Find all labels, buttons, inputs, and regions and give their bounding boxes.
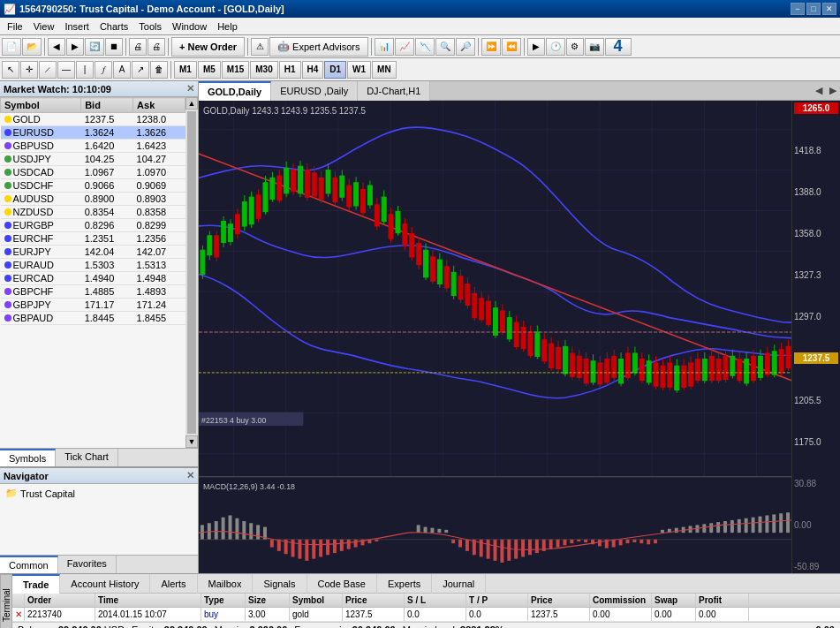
terminal-tab[interactable]: Terminal [0, 574, 12, 628]
tb-hline[interactable]: — [57, 61, 75, 79]
tb-chart-type3[interactable]: 📉 [415, 38, 435, 56]
tf-m5[interactable]: M5 [198, 61, 221, 79]
tf-h1[interactable]: H1 [279, 61, 301, 79]
tb-chart-type2[interactable]: 📈 [395, 38, 414, 56]
nav-trust-capital[interactable]: 📁 Trust Capital [2, 486, 196, 501]
tb-zoom-out[interactable]: 🔎 [456, 38, 475, 56]
tb-fib[interactable]: 𝑓 [95, 61, 112, 79]
nav-tab-favorites[interactable]: Favorites [58, 556, 117, 573]
tb-stop[interactable]: ⏹ [105, 38, 123, 56]
tb-printprev[interactable]: 🖨 [148, 38, 165, 56]
tab-journal[interactable]: Journal [432, 574, 486, 594]
menu-insert[interactable]: Insert [59, 19, 95, 34]
list-item[interactable]: EURCHF 1.2351 1.2356 [1, 232, 185, 246]
tf-m1[interactable]: M1 [174, 61, 197, 79]
list-item[interactable]: EURJPY 142.04 142.07 [1, 246, 185, 259]
tb-cursor[interactable]: ↖ [2, 61, 19, 79]
list-item[interactable]: USDCAD 1.0967 1.0970 [1, 166, 185, 179]
tb-chart-forward[interactable]: ⏩ [481, 38, 501, 56]
chart-tab-scroll-left[interactable]: ◀ [812, 85, 826, 96]
nav-tab-common[interactable]: Common [0, 556, 58, 573]
tb-new-chart[interactable]: 📄 [2, 38, 21, 56]
chart-tab-eurusd[interactable]: EURUSD ,Daily [271, 81, 358, 101]
menu-tools[interactable]: Tools [133, 19, 167, 34]
tb-alert[interactable]: ⚠ [251, 38, 269, 56]
tf-mn[interactable]: MN [372, 61, 397, 79]
menu-charts[interactable]: Charts [95, 19, 133, 34]
tf-d1[interactable]: D1 [324, 61, 346, 79]
scroll-up-button[interactable]: ▲ [185, 97, 198, 110]
scroll-thumb[interactable] [187, 111, 196, 434]
chart-tab-scroll-right[interactable]: ▶ [826, 85, 840, 96]
menu-view[interactable]: View [28, 19, 60, 34]
tb-delete[interactable]: 🗑 [150, 61, 168, 79]
tab-alerts[interactable]: Alerts [150, 574, 197, 594]
chart-tab-gold[interactable]: GOLD,Daily [199, 81, 271, 101]
tb-zoom-in[interactable]: 🔍 [435, 38, 455, 56]
tb-chart-type1[interactable]: 📊 [375, 38, 394, 56]
ask-value: 0.8299 [133, 219, 185, 232]
chart-main[interactable]: GOLD,Daily 1243.3 1243.9 1235.5 1237.5 [199, 101, 791, 573]
list-item[interactable]: GBPCHF 1.4885 1.4893 [1, 285, 185, 299]
expert-advisors-button[interactable]: 🤖 Expert Advisors [269, 37, 367, 57]
navigator-tabs: Common Favorites [0, 555, 198, 573]
bottom-panel: Terminal Trade Account History Alerts Ma… [0, 573, 840, 628]
tab-tick-chart[interactable]: Tick Chart [56, 449, 118, 466]
minimize-button[interactable]: − [791, 3, 805, 15]
scroll-down-button[interactable]: ▼ [185, 435, 198, 448]
navigator-close[interactable]: ✕ [186, 470, 194, 481]
tb-crosshair[interactable]: ✛ [20, 61, 38, 79]
tb-vline[interactable]: | [76, 61, 94, 79]
tb-extra[interactable]: 4 [605, 38, 632, 56]
tab-experts[interactable]: Experts [377, 574, 432, 594]
tb-refresh[interactable]: 🔄 [85, 38, 104, 56]
list-item[interactable]: GBPAUD 1.8445 1.8455 [1, 312, 185, 325]
tab-signals[interactable]: Signals [253, 574, 306, 594]
navigator-title: Navigator [4, 471, 49, 481]
menu-help[interactable]: Help [212, 19, 243, 34]
tb-screenshot[interactable]: 📷 [585, 38, 604, 56]
close-button[interactable]: ✕ [822, 3, 836, 15]
tf-h4[interactable]: H4 [302, 61, 324, 79]
tb-text[interactable]: A [113, 61, 131, 79]
list-item[interactable]: GOLD 1237.5 1238.0 [1, 113, 185, 126]
tb-chart-back[interactable]: ⏪ [502, 38, 521, 56]
tab-symbols[interactable]: Symbols [0, 449, 56, 466]
list-item[interactable]: AUDUSD 0.8900 0.8903 [1, 193, 185, 206]
tab-mailbox[interactable]: Mailbox [198, 574, 254, 594]
tab-code-base[interactable]: Code Base [307, 574, 377, 594]
tb-back[interactable]: ◀ [48, 38, 65, 56]
list-item[interactable]: EURAUD 1.5303 1.5313 [1, 259, 185, 272]
tb-forward[interactable]: ▶ [66, 38, 84, 56]
list-item[interactable]: GBPUSD 1.6420 1.6423 [1, 140, 185, 153]
tf-m15[interactable]: M15 [222, 61, 249, 79]
tb-open[interactable]: 📂 [22, 38, 42, 56]
svg-rect-224 [437, 529, 441, 533]
tf-w1[interactable]: W1 [347, 61, 371, 79]
tf-m30[interactable]: M30 [250, 61, 277, 79]
list-item[interactable]: GBPJPY 171.17 171.24 [1, 299, 185, 312]
list-item[interactable]: EURGBP 0.8296 0.8299 [1, 219, 185, 232]
tb-ea-run[interactable]: ▶ [527, 38, 545, 56]
tab-account-history[interactable]: Account History [60, 574, 150, 594]
menu-file[interactable]: File [2, 19, 28, 34]
market-watch-content: Symbol Bid Ask GOLD 1237.5 1238.0 EURUSD… [0, 97, 198, 448]
list-item[interactable]: EURUSD 1.3624 1.3626 [1, 126, 185, 140]
tb-settings[interactable]: ⚙ [566, 38, 584, 56]
chart-tab-dj[interactable]: DJ-Chart,H1 [358, 81, 430, 101]
list-item[interactable]: EURCAD 1.4940 1.4948 [1, 272, 185, 285]
tb-print[interactable]: 🖨 [129, 38, 147, 56]
menu-window[interactable]: Window [167, 19, 212, 34]
tb-line[interactable]: ⟋ [39, 61, 57, 79]
tab-trade[interactable]: Trade [12, 574, 60, 594]
list-item[interactable]: NZDUSD 0.8354 0.8358 [1, 206, 185, 219]
list-item[interactable]: USDCHF 0.9066 0.9069 [1, 179, 185, 193]
close-btn[interactable]: ✕ [12, 608, 25, 621]
maximize-button[interactable]: □ [806, 3, 821, 15]
new-order-button[interactable]: + New Order [171, 37, 245, 57]
svg-rect-268 [500, 540, 503, 563]
market-watch-close[interactable]: ✕ [186, 83, 194, 95]
tb-arrow[interactable]: ↗ [132, 61, 149, 79]
tb-time[interactable]: 🕐 [546, 38, 565, 56]
list-item[interactable]: USDJPY 104.25 104.27 [1, 153, 185, 166]
